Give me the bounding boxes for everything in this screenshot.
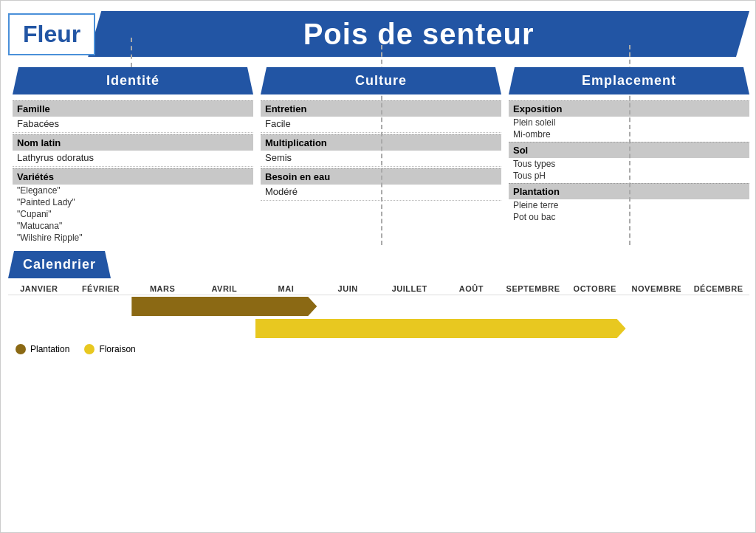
plantation-label: Plantation — [509, 183, 749, 199]
nom-latin-block: Nom latin Lathyrus odoratus — [13, 134, 253, 167]
plantation-bar — [131, 297, 317, 316]
floraison-bar — [255, 319, 626, 338]
exposition-block: Exposition Plein soleil Mi-ombre — [509, 100, 749, 140]
emplacement-header: Emplacement — [509, 67, 749, 94]
legend-plantation: Plantation — [16, 344, 69, 354]
identite-header: Identité — [13, 67, 253, 94]
bar-cell-11 — [626, 295, 688, 318]
sol-value-2: Tous pH — [509, 170, 749, 182]
famille-label: Famille — [13, 100, 253, 117]
legend-plantation-label: Plantation — [30, 344, 69, 354]
besoin-eau-value: Modéré — [261, 185, 501, 201]
plantation-value-2: Pot ou bac — [509, 211, 749, 223]
nom-latin-label: Nom latin — [13, 134, 253, 151]
variete-5: "Wilshire Ripple" — [13, 232, 253, 244]
nom-latin-value: Lathyrus odoratus — [13, 151, 253, 167]
category-label: Fleur — [8, 13, 95, 55]
sol-block: Sol Tous types Tous pH — [509, 142, 749, 182]
main-content: Identité Famille Fabacées Nom latin Lath… — [8, 67, 749, 245]
besoin-eau-label: Besoin en eau — [261, 168, 501, 185]
multiplication-value: Semis — [261, 151, 501, 167]
month-feb: FÉVRIER — [70, 283, 132, 295]
month-nov: NOVEMBRE — [626, 283, 688, 295]
fbar-cell-11 — [626, 317, 688, 340]
multiplication-label: Multiplication — [261, 134, 501, 151]
legend-floraison-label: Floraison — [99, 344, 135, 354]
title-banner: Pois de senteur — [88, 11, 749, 57]
bar-cell-7 — [379, 295, 441, 318]
bar-cell-9 — [502, 295, 564, 318]
famille-value: Fabacées — [13, 117, 253, 133]
month-jun: JUIN — [317, 283, 379, 295]
page: Fleur Pois de senteur Identité Famille F… — [1, 1, 756, 533]
variete-1: "Elegance" — [13, 185, 253, 196]
bar-cell-1 — [8, 295, 70, 318]
calendrier-bullet — [0, 260, 7, 270]
bar-cell-10 — [564, 295, 626, 318]
exposition-label: Exposition — [509, 100, 749, 117]
identite-bullet — [1, 76, 11, 86]
legend-floraison-dot — [84, 344, 94, 354]
plantation-bar-row — [8, 295, 749, 318]
month-jan: JANVIER — [8, 283, 70, 295]
header: Fleur Pois de senteur — [8, 8, 749, 60]
sol-value-1: Tous types — [509, 158, 749, 170]
bar-cell-2 — [70, 295, 132, 318]
legend-floraison: Floraison — [84, 344, 135, 354]
legend-plantation-dot — [16, 344, 26, 354]
calendar-table: JANVIER FÉVRIER MARS AVRIL MAI JUIN JUIL… — [8, 283, 749, 340]
month-dec: DÉCEMBRE — [687, 283, 749, 295]
fbar-cell-1 — [8, 317, 70, 340]
identite-column: Identité Famille Fabacées Nom latin Lath… — [8, 67, 253, 245]
identite-label: Identité — [106, 73, 159, 88]
multiplication-block: Multiplication Semis — [261, 134, 501, 167]
bar-cell-3 — [131, 295, 317, 318]
variete-4: "Matucana" — [13, 220, 253, 232]
bar-cell-12 — [687, 295, 749, 318]
entretien-value: Facile — [261, 117, 501, 133]
month-oct: OCTOBRE — [564, 283, 626, 295]
page-title: Pois de senteur — [303, 18, 535, 51]
bar-cell-8 — [441, 295, 503, 318]
besoin-eau-block: Besoin en eau Modéré — [261, 168, 501, 201]
culture-header: Culture — [261, 67, 501, 94]
culture-label: Culture — [355, 73, 407, 88]
calendrier-section: Calendrier JANVIER FÉVRIER MARS AVRIL MA… — [8, 251, 749, 354]
culture-column: Culture Entretien Facile Multiplication … — [261, 67, 501, 245]
month-may: MAI — [255, 283, 317, 295]
fbar-cell-5 — [255, 317, 626, 340]
variete-2: "Painted Lady" — [13, 196, 253, 208]
month-row: JANVIER FÉVRIER MARS AVRIL MAI JUIN JUIL… — [8, 283, 749, 295]
emplacement-column: Emplacement Exposition Plein soleil Mi-o… — [509, 67, 749, 245]
entretien-block: Entretien Facile — [261, 100, 501, 133]
fbar-cell-3 — [131, 317, 193, 340]
month-aug: AOÛT — [441, 283, 503, 295]
calendrier-label: Calendrier — [23, 257, 96, 272]
varietes-label: Variétés — [13, 168, 253, 185]
plantation-block: Plantation Pleine terre Pot ou bac — [509, 183, 749, 223]
famille-block: Famille Fabacées — [13, 100, 253, 133]
month-jul: JUILLET — [379, 283, 441, 295]
calendrier-header: Calendrier — [8, 251, 111, 278]
month-sep: SEPTEMBRE — [502, 283, 564, 295]
varietes-block: Variétés "Elegance" "Painted Lady" "Cupa… — [13, 168, 253, 244]
legend: Plantation Floraison — [8, 344, 749, 354]
plantation-value-1: Pleine terre — [509, 199, 749, 211]
fbar-cell-12 — [687, 317, 749, 340]
emplacement-label: Emplacement — [582, 73, 676, 88]
fbar-cell-4 — [193, 317, 255, 340]
floraison-bar-row — [8, 317, 749, 340]
exposition-value-2: Mi-ombre — [509, 128, 749, 140]
entretien-label: Entretien — [261, 100, 501, 117]
month-apr: AVRIL — [193, 283, 255, 295]
sol-label: Sol — [509, 142, 749, 158]
fbar-cell-2 — [70, 317, 132, 340]
month-mar: MARS — [131, 283, 193, 295]
exposition-value-1: Plein soleil — [509, 117, 749, 128]
variete-3: "Cupani" — [13, 208, 253, 220]
bar-cell-6 — [317, 295, 379, 318]
